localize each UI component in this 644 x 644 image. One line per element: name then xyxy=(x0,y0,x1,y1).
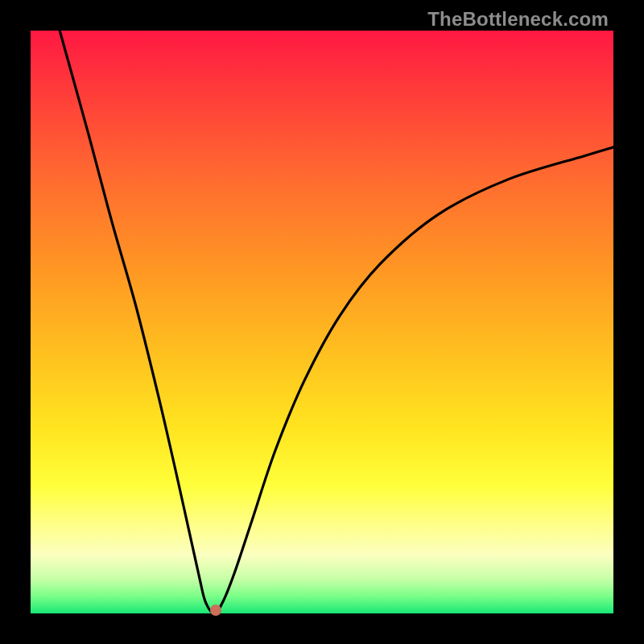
optimal-point-marker xyxy=(210,605,221,616)
bottleneck-curve xyxy=(31,31,613,613)
watermark-text: TheBottleneck.com xyxy=(427,8,609,31)
chart-plot-area xyxy=(31,31,613,613)
